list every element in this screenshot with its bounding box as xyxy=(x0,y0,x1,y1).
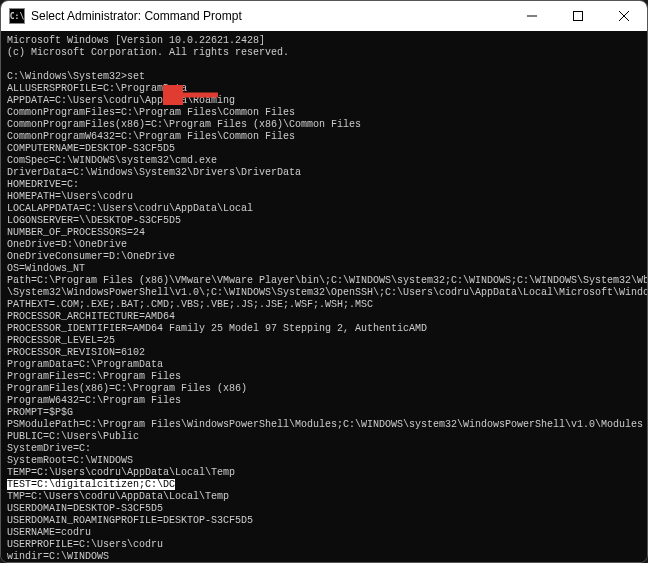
highlighted-env-line: TEST=C:\digitalcitizen;C:\DC xyxy=(7,479,175,490)
env-variables-after: TMP=C:\Users\codru\AppData\Local\Temp US… xyxy=(7,491,253,562)
close-button[interactable] xyxy=(601,1,647,31)
prompt: C:\Windows\System32> xyxy=(7,71,127,82)
env-variables: ALLUSERSPROFILE=C:\ProgramData APPDATA=C… xyxy=(7,83,647,478)
titlebar-left: C:\ Select Administrator: Command Prompt xyxy=(9,8,242,24)
terminal-output[interactable]: Microsoft Windows [Version 10.0.22621.24… xyxy=(1,31,647,562)
titlebar[interactable]: C:\ Select Administrator: Command Prompt xyxy=(1,1,647,31)
window-controls xyxy=(509,1,647,31)
minimize-button[interactable] xyxy=(509,1,555,31)
window-title: Select Administrator: Command Prompt xyxy=(31,9,242,23)
copyright-line: (c) Microsoft Corporation. All rights re… xyxy=(7,47,289,58)
cmd-icon: C:\ xyxy=(9,8,25,24)
version-line: Microsoft Windows [Version 10.0.22621.24… xyxy=(7,35,265,46)
svg-rect-1 xyxy=(574,12,583,21)
command-text: set xyxy=(127,71,145,82)
command-prompt-window: C:\ Select Administrator: Command Prompt… xyxy=(0,0,648,563)
maximize-button[interactable] xyxy=(555,1,601,31)
